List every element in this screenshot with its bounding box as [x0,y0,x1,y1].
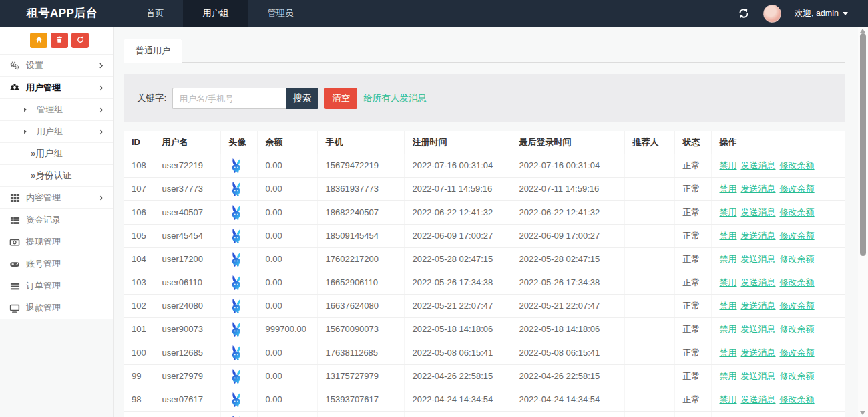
rabbit-avatar-icon [229,345,254,361]
search-button[interactable]: 搜索 [286,88,318,109]
clear-button[interactable]: 清空 [324,88,357,109]
op-disable-link[interactable]: 禁用 [720,184,737,194]
quick-button-trash[interactable] [51,33,68,48]
op-modify-balance-link[interactable]: 修改余额 [780,371,815,381]
cell-id: 104 [124,247,154,271]
rabbit-avatar-icon [229,298,254,314]
op-modify-balance-link[interactable]: 修改余额 [780,394,815,404]
gamepad-icon [9,259,20,269]
op-send-message-link[interactable]: 发送消息 [741,371,776,381]
sidebar-item-0[interactable]: 设置 [0,55,113,77]
cell-balance: 999700.00 [257,317,317,341]
sidebar-item-1[interactable]: 用户管理 [0,77,113,99]
broadcast-message-link[interactable]: 给所有人发消息 [363,92,427,104]
sidebar-item-3[interactable]: 用户组 [0,121,113,143]
op-send-message-link[interactable]: 发送消息 [741,184,776,194]
op-modify-balance-link[interactable]: 修改余额 [780,160,815,170]
cell-last-login: 2022-06-09 17:00:27 [511,224,624,247]
op-disable-link[interactable]: 禁用 [720,277,737,287]
cell-status: 正常 [674,317,711,341]
cell-referrer [624,341,674,364]
op-send-message-link[interactable]: 发送消息 [741,348,776,358]
scroll-up-arrow-icon[interactable] [860,29,865,33]
sidebar-item-7[interactable]: 资金记录 [0,209,113,231]
op-modify-balance-link[interactable]: 修改余额 [780,324,815,334]
op-disable-link[interactable]: 禁用 [720,324,737,334]
sidebar-item-2[interactable]: 管理组 [0,99,113,121]
sidebar-item-10[interactable]: 订单管理 [0,275,113,297]
cell-operations: 禁用发送消息修改余额 [711,364,845,388]
cell-operations: 禁用发送消息修改余额 [711,224,845,247]
cell-id: 108 [124,154,154,177]
caret-right-icon [20,126,31,137]
column-header-9: 操作 [711,131,845,154]
op-modify-balance-link[interactable]: 修改余额 [780,254,815,264]
op-disable-link[interactable]: 禁用 [720,371,737,381]
sidebar-item-9[interactable]: 账号管理 [0,253,113,275]
navbar-tab-0[interactable]: 首页 [127,0,183,27]
op-modify-balance-link[interactable]: 修改余额 [780,184,815,194]
cell-id: 103 [124,271,154,294]
cell-referrer [624,317,674,341]
sidebar: 设置用户管理管理组用户组»用户组»身份认证内容管理资金记录提现管理账号管理订单管… [0,27,114,417]
op-send-message-link[interactable]: 发送消息 [741,254,776,264]
tab-normal-users[interactable]: 普通用户 [124,39,182,63]
op-modify-balance-link[interactable]: 修改余额 [780,277,815,287]
welcome-menu[interactable]: 欢迎, admin [795,8,848,19]
refresh-icon[interactable] [738,7,750,19]
caret-down-icon [843,12,848,15]
rabbit-avatar-icon [229,204,254,221]
sidebar-item-label: »身份认证 [31,170,72,182]
sidebar-item-11[interactable]: 退款管理 [0,297,113,319]
keyword-input[interactable] [172,88,286,109]
cell-last-login: 2022-04-24 14:34:54 [511,388,624,411]
user-avatar[interactable] [763,5,781,23]
cell-avatar [220,294,257,317]
op-disable-link[interactable]: 禁用 [720,348,737,358]
vertical-scrollbar[interactable] [858,27,868,417]
sidebar-item-6[interactable]: 内容管理 [0,187,113,209]
cell-operations: 禁用发送消息修改余额 [711,200,845,224]
keyword-label: 关键字: [137,92,166,104]
op-send-message-link[interactable]: 发送消息 [741,394,776,404]
sidebar-item-label: 订单管理 [26,280,61,292]
op-disable-link[interactable]: 禁用 [720,394,737,404]
cell-status: 正常 [674,341,711,364]
cell-avatar [220,224,257,247]
cell-status: 正常 [674,200,711,224]
op-modify-balance-link[interactable]: 修改余额 [780,231,815,241]
op-disable-link[interactable]: 禁用 [720,231,737,241]
scrollbar-thumb[interactable] [860,33,866,256]
sidebar-item-5[interactable]: »身份认证 [0,165,113,187]
op-modify-balance-link[interactable]: 修改余额 [780,207,815,217]
op-disable-link[interactable]: 禁用 [720,207,737,217]
op-send-message-link[interactable]: 发送消息 [741,160,776,170]
cell-last-login: 2022-05-18 14:18:06 [511,317,624,341]
op-send-message-link[interactable]: 发送消息 [741,231,776,241]
op-modify-balance-link[interactable]: 修改余额 [780,348,815,358]
op-disable-link[interactable]: 禁用 [720,301,737,311]
cell-referrer [624,388,674,411]
op-send-message-link[interactable]: 发送消息 [741,301,776,311]
op-modify-balance-link[interactable]: 修改余额 [780,301,815,311]
op-disable-link[interactable]: 禁用 [720,160,737,170]
navbar-tab-2[interactable]: 管理员 [248,0,312,27]
home-icon [35,35,43,46]
table-row: 100user126850.00176381126852022-05-08 06… [124,341,845,364]
cell-phone [317,411,404,417]
quick-button-home[interactable] [30,33,47,48]
op-send-message-link[interactable]: 发送消息 [741,207,776,217]
op-send-message-link[interactable]: 发送消息 [741,277,776,287]
cell-avatar [220,364,257,388]
scroll-down-arrow-icon[interactable] [860,411,865,415]
column-header-0: ID [124,131,154,154]
cell-operations: 禁用发送消息修改余额 [711,411,845,417]
sidebar-item-4[interactable]: »用户组 [0,143,113,165]
op-send-message-link[interactable]: 发送消息 [741,324,776,334]
sidebar-item-8[interactable]: 提现管理 [0,231,113,253]
quick-button-recycle[interactable] [71,33,89,48]
navbar-tab-1[interactable]: 用户组 [183,0,248,27]
cell-referrer [624,411,674,417]
op-disable-link[interactable]: 禁用 [720,254,737,264]
chevron-right-icon [97,128,105,136]
